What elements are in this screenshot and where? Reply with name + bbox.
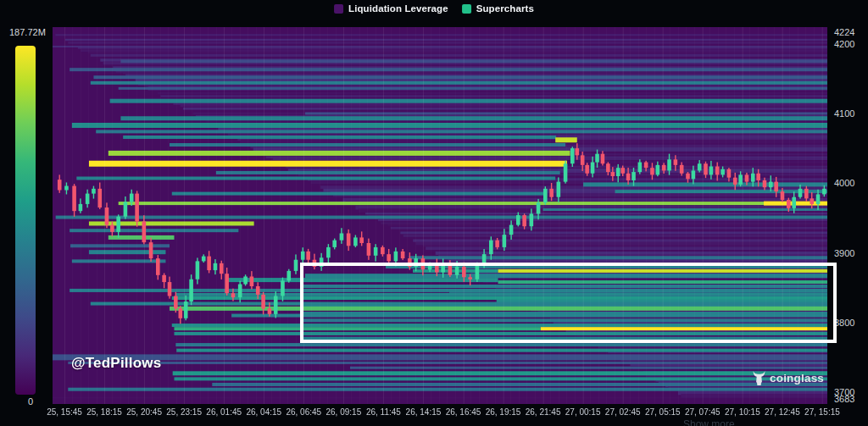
- price-tick-label: 3800: [834, 318, 854, 328]
- price-tick-label: 4224: [834, 27, 854, 37]
- coinglass-logo[interactable]: coinglass: [753, 371, 824, 385]
- time-tick-label: 26, 19:15: [486, 407, 521, 417]
- time-tick-label: 25, 15:45: [47, 407, 82, 417]
- legend-item-liquidation-leverage[interactable]: Liquidation Leverage: [334, 3, 448, 14]
- price-tick-label: 4000: [834, 178, 854, 188]
- time-tick-label: 27, 12:45: [765, 407, 800, 417]
- price-tick-label: 4100: [834, 108, 854, 119]
- time-tick-label: 26, 01:45: [206, 407, 242, 417]
- time-tick-label: 27, 05:15: [645, 407, 681, 417]
- time-tick-label: 25, 23:15: [166, 407, 202, 417]
- time-tick-label: 25, 20:45: [126, 407, 162, 417]
- annotation-rectangle[interactable]: [300, 263, 837, 343]
- time-tick-label: 26, 16:45: [446, 407, 481, 417]
- coinglass-logo-text: coinglass: [770, 372, 824, 385]
- liquidation-leverage-swatch-icon: [334, 4, 343, 14]
- time-tick-label: 27, 10:15: [725, 407, 760, 417]
- liquidation-heatmap-canvas[interactable]: [53, 27, 827, 404]
- colorbar-gradient: [15, 46, 36, 395]
- legend-item-supercharts[interactable]: Supercharts: [462, 3, 534, 14]
- time-tick-label: 27, 02:45: [605, 407, 641, 417]
- time-tick-label: 26, 11:45: [366, 407, 401, 417]
- colorbar-max-label: 187.72M: [9, 27, 46, 37]
- time-tick-label: 27, 00:15: [565, 407, 601, 417]
- coinglass-bull-icon: [753, 371, 765, 385]
- time-tick-label: 26, 14:15: [406, 407, 442, 417]
- time-tick-label: 26, 04:15: [246, 407, 281, 417]
- price-tick-label: 3683: [834, 394, 854, 404]
- price-axis: 42244200410040003900380037003683: [831, 0, 868, 426]
- chart-legend: Liquidation Leverage Supercharts: [334, 3, 534, 14]
- supercharts-swatch-icon: [462, 4, 471, 14]
- time-tick-label: 26, 06:45: [286, 407, 321, 417]
- watermark-tedpillows: @TedPillows: [71, 355, 161, 372]
- time-tick-label: 26, 09:15: [326, 407, 361, 417]
- price-tick-label: 4200: [834, 39, 854, 49]
- time-tick-label: 25, 18:15: [86, 407, 122, 417]
- time-tick-label: 26, 21:45: [526, 407, 561, 417]
- legend-label: Supercharts: [476, 3, 534, 14]
- price-tick-label: 3900: [834, 248, 854, 258]
- liquidation-heatmap-screen: Liquidation Leverage Supercharts 187.72M…: [0, 0, 868, 426]
- show-more-button[interactable]: Show more: [683, 418, 735, 426]
- legend-label: Liquidation Leverage: [348, 3, 448, 14]
- colorbar-min-label: 0: [28, 396, 33, 407]
- time-tick-label: 27, 07:45: [685, 407, 721, 417]
